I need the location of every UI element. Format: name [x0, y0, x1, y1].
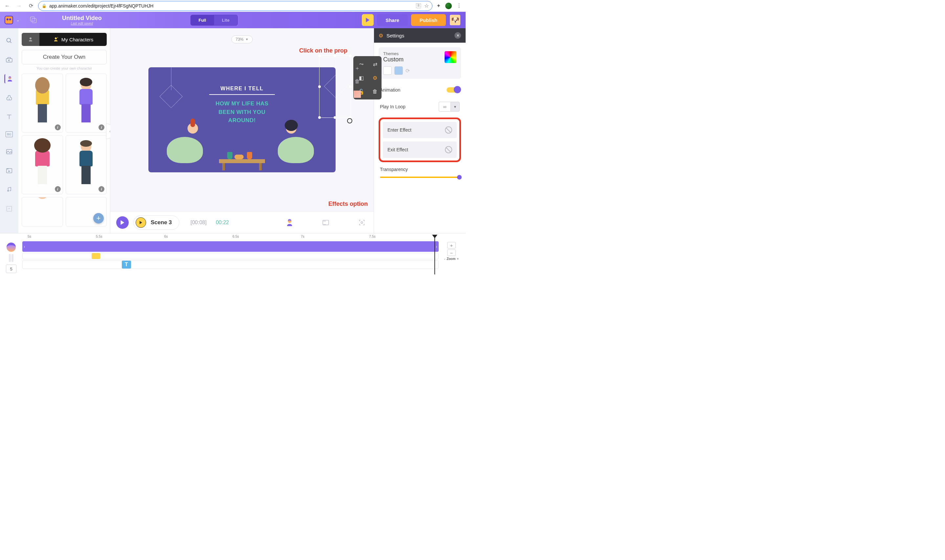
timeline-side: 5 [1, 241, 21, 274]
transparency-label: Transparency [380, 167, 460, 172]
settings-gear-icon[interactable]: ⚙ [370, 72, 380, 83]
svg-point-4 [8, 77, 11, 79]
frame-number[interactable]: 5 [6, 265, 17, 273]
my-characters-tab[interactable]: + My Characters [39, 33, 107, 46]
play-all-button[interactable] [116, 216, 129, 229]
all-characters-tab[interactable] [22, 33, 39, 46]
track-right-arrow[interactable]: ‹ [436, 244, 437, 249]
props-icon[interactable] [5, 93, 14, 102]
text-icon[interactable] [5, 112, 14, 122]
play-scene-button[interactable] [135, 217, 146, 228]
logo-chevron-icon[interactable]: ⌄ [17, 18, 19, 22]
duplicate-icon[interactable] [29, 17, 36, 23]
mode-lite[interactable]: Lite [214, 15, 237, 25]
trash-icon[interactable]: 🗑 [353, 77, 361, 85]
camera-focus-icon[interactable] [356, 217, 368, 228]
text-clip[interactable]: T [122, 261, 131, 269]
add-icon[interactable]: ＋ [353, 64, 361, 72]
editor-mode-toggle: Full Lite [191, 15, 238, 26]
scene-selector[interactable]: Scene 3 [133, 215, 179, 230]
scene-grid-icon[interactable] [320, 217, 332, 228]
star-icon[interactable]: ☆ [424, 3, 429, 9]
characters-icon[interactable] [4, 74, 14, 83]
color-swatch[interactable] [354, 91, 361, 98]
character-card[interactable] [22, 197, 63, 226]
transparency-slider[interactable] [380, 177, 460, 178]
stage-heading: WHERE I TELL [221, 86, 264, 92]
extensions-icon[interactable]: ✦ [436, 3, 441, 9]
forward-button[interactable]: → [14, 1, 24, 11]
zoom-in-button[interactable]: + [447, 242, 456, 248]
track-avatar-icon[interactable] [6, 243, 16, 252]
clip-track-1[interactable] [22, 253, 439, 259]
clip-track-2[interactable]: T [22, 260, 439, 269]
canvas-stage[interactable]: WHERE I TELL HOW MY LIFE HAS BEEN WITH Y… [148, 67, 336, 172]
create-your-own-subtitle: You can create your own character [22, 66, 107, 70]
project-title-block[interactable]: Untitled Video Last edit saved [62, 15, 102, 25]
address-bar[interactable]: 🔒 app.animaker.com/editproject/Ejr4fFSgN… [38, 1, 432, 11]
user-avatar[interactable]: 🐶 [449, 14, 461, 26]
image-icon[interactable] [5, 147, 14, 156]
theme-swatch-blue[interactable] [394, 66, 403, 75]
timing-handle[interactable] [347, 118, 352, 123]
character-card[interactable]: i [66, 74, 107, 132]
theme-swatch-white[interactable] [383, 66, 392, 75]
info-icon[interactable]: i [55, 186, 61, 192]
publish-button[interactable]: Publish [411, 14, 446, 26]
loop-icon[interactable]: ∞ [439, 102, 451, 112]
swap-icon[interactable]: ⇄ [370, 59, 380, 69]
animation-toggle[interactable] [446, 87, 460, 92]
theme-color-picker[interactable] [445, 51, 456, 63]
zoom-out-button[interactable]: − [447, 249, 456, 256]
timeline-ruler: 5s 5.5s 6s 6.5s 7s 7.5s [0, 233, 466, 240]
delete-icon[interactable]: 🗑 [370, 86, 380, 97]
video-icon[interactable] [5, 166, 14, 175]
none-icon [445, 146, 452, 153]
create-your-own-button[interactable]: Create Your Own [22, 50, 107, 64]
share-button[interactable]: Share [377, 14, 408, 26]
track-left-arrow[interactable]: › [24, 244, 25, 249]
timeline-zoom-controls: + − - Zoom + [440, 241, 463, 274]
reload-button[interactable]: ⟳ [26, 1, 35, 11]
exit-effect-row[interactable]: Exit Effect [383, 142, 457, 158]
back-button[interactable]: ← [3, 1, 12, 11]
enter-effect-row[interactable]: Enter Effect [383, 122, 457, 138]
project-title: Untitled Video [62, 15, 102, 22]
search-icon[interactable] [5, 36, 14, 45]
close-settings-button[interactable]: ✕ [454, 32, 461, 39]
character-card[interactable]: i [22, 74, 63, 132]
info-icon[interactable]: i [99, 125, 105, 130]
profile-avatar[interactable] [445, 3, 452, 9]
selection-box[interactable] [319, 55, 351, 118]
character-card[interactable]: + [66, 197, 107, 226]
url-text: app.animaker.com/editproject/Ejr4fFSgNQP… [49, 3, 413, 9]
effects-icon[interactable] [5, 204, 14, 213]
timeline: 5s 5.5s 6s 6.5s 7s 7.5s 5 › ‹ T + − [0, 233, 466, 276]
library-icon[interactable] [5, 55, 14, 64]
music-icon[interactable] [5, 185, 14, 194]
background-icon[interactable]: BG [6, 131, 13, 137]
playhead[interactable] [434, 235, 435, 274]
scene-track[interactable]: › ‹ [22, 241, 439, 252]
save-status: Last edit saved [62, 22, 102, 25]
app-logo[interactable] [5, 16, 13, 24]
refresh-theme-icon[interactable]: ⟳ [406, 68, 410, 74]
add-character-button[interactable]: + [93, 213, 104, 223]
character-card[interactable]: i [66, 135, 107, 194]
svg-point-15 [29, 37, 32, 39]
character-grid: i i i i + [22, 74, 107, 226]
info-icon[interactable]: i [99, 186, 105, 192]
loop-dropdown[interactable]: ▼ [451, 102, 460, 112]
total-time: 00:22 [216, 220, 229, 226]
character-mini-icon[interactable] [284, 217, 296, 228]
themes-card: Themes Custom ⟳ [379, 47, 461, 79]
lock-icon: 🔒 [42, 4, 47, 8]
menu-icon[interactable]: ⋮ [456, 3, 462, 9]
browser-chrome: ← → ⟳ 🔒 app.animaker.com/editproject/Ejr… [0, 0, 466, 12]
preview-button[interactable] [362, 14, 374, 26]
info-icon[interactable]: i [55, 125, 61, 130]
character-tabs: + My Characters [22, 33, 107, 46]
mode-full[interactable]: Full [191, 15, 214, 25]
translate-icon[interactable]: ⠿ [416, 3, 421, 8]
character-card[interactable]: i [22, 135, 63, 194]
